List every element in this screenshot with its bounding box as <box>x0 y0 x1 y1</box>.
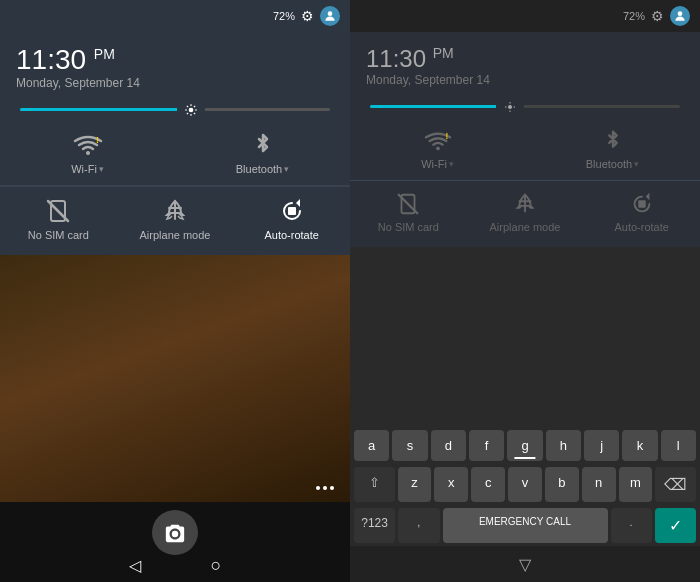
svg-point-17 <box>678 11 683 16</box>
key-v[interactable]: v <box>508 467 542 502</box>
toggle-wifi-right[interactable]: ! Wi-Fi ▾ <box>350 128 525 170</box>
key-k[interactable]: k <box>622 430 657 461</box>
nosim-icon-left <box>44 197 72 225</box>
toggle-autorotate-right[interactable]: Auto-rotate <box>583 191 700 233</box>
nosim-label-right: No SIM card <box>378 221 439 233</box>
quick-toggles-row1-left: ! Wi-Fi ▾ Bluetooth ▾ <box>0 121 350 185</box>
bluetooth-icon-right <box>600 128 626 154</box>
nosim-label-left: No SIM card <box>28 229 89 241</box>
airplane-icon-right <box>512 191 538 217</box>
brightness-row-left[interactable] <box>0 98 350 121</box>
wifi-chevron-right: ▾ <box>449 159 454 169</box>
back-icon-left[interactable]: ◁ <box>129 556 141 575</box>
wallpaper-area-left <box>0 255 350 502</box>
avatar-left[interactable] <box>320 6 340 26</box>
quick-toggles-row2-left: No SIM card Airplane mode <box>0 186 350 255</box>
svg-rect-15 <box>288 207 296 215</box>
notification-panel-left: 11:30 PM Monday, September 14 <box>0 32 350 255</box>
key-period[interactable]: . <box>611 508 652 543</box>
nosim-icon-right <box>395 191 421 217</box>
svg-text:!: ! <box>445 131 448 141</box>
key-j[interactable]: j <box>584 430 619 461</box>
avatar-right[interactable] <box>670 6 690 26</box>
toggle-nosim-left[interactable]: No SIM card <box>0 197 117 241</box>
key-emergency[interactable]: EMERGENCY CALL <box>443 508 608 543</box>
dot-2 <box>323 486 327 490</box>
battery-percentage-left: 72% <box>273 10 295 22</box>
key-m[interactable]: m <box>619 467 653 502</box>
nav-icons-left: ◁ ○ <box>129 555 222 576</box>
svg-line-6 <box>186 105 187 106</box>
key-backspace[interactable]: ⌫ <box>655 467 696 502</box>
brightness-track-left[interactable] <box>20 108 330 111</box>
keyboard-row-3: ?123 , EMERGENCY CALL . ✓ <box>350 505 700 546</box>
key-h[interactable]: h <box>546 430 581 461</box>
autorotate-icon-left <box>278 197 306 225</box>
battery-percentage-right: 72% <box>623 10 645 22</box>
toggle-wifi-left[interactable]: ! Wi-Fi ▾ <box>0 131 175 175</box>
toggle-autorotate-left[interactable]: Auto-rotate <box>233 197 350 241</box>
svg-marker-14 <box>296 199 300 207</box>
airplane-label-left: Airplane mode <box>140 229 211 241</box>
time-right: 11:30 PM <box>366 46 684 71</box>
svg-point-0 <box>328 11 333 16</box>
autorotate-label-right: Auto-rotate <box>614 221 668 233</box>
settings-icon-right[interactable]: ⚙ <box>651 8 664 24</box>
key-s[interactable]: s <box>392 430 427 461</box>
key-l[interactable]: l <box>661 430 696 461</box>
wifi-icon-left: ! <box>72 131 104 159</box>
key-shift[interactable]: ⇧ <box>354 467 395 502</box>
toggle-bluetooth-left[interactable]: Bluetooth ▾ <box>175 131 350 175</box>
toggle-nosim-right[interactable]: No SIM card <box>350 191 467 233</box>
brightness-track-right[interactable] <box>370 105 680 108</box>
svg-point-10 <box>86 151 90 155</box>
airplane-label-right: Airplane mode <box>490 221 561 233</box>
svg-point-16 <box>172 530 178 536</box>
settings-icon-left[interactable]: ⚙ <box>301 8 314 24</box>
brightness-fill-right <box>370 105 510 108</box>
brightness-thumb-left[interactable] <box>177 96 205 124</box>
dot-1 <box>316 486 320 490</box>
toggle-airplane-right[interactable]: Airplane mode <box>467 191 584 233</box>
key-b[interactable]: b <box>545 467 579 502</box>
key-x[interactable]: x <box>434 467 468 502</box>
notification-panel-right: 11:30 PM Monday, September 14 <box>350 32 700 247</box>
key-z[interactable]: z <box>398 467 432 502</box>
home-icon-left[interactable]: ○ <box>211 555 222 576</box>
svg-line-7 <box>193 112 194 113</box>
brightness-fill-left <box>20 108 191 111</box>
down-icon-right[interactable]: ▽ <box>519 555 531 574</box>
bluetooth-chevron-left: ▾ <box>284 164 289 174</box>
autorotate-label-left: Auto-rotate <box>264 229 318 241</box>
key-num[interactable]: ?123 <box>354 508 395 543</box>
dots-indicator-left <box>316 486 334 490</box>
svg-point-23 <box>436 147 440 151</box>
key-action[interactable]: ✓ <box>655 508 696 543</box>
key-g[interactable]: g <box>507 430 542 461</box>
keyboard-row-2: ⇧ z x c v b n m ⌫ <box>350 464 700 505</box>
bluetooth-label-right: Bluetooth ▾ <box>586 158 639 170</box>
date-right: Monday, September 14 <box>366 73 684 87</box>
key-d[interactable]: d <box>431 430 466 461</box>
bluetooth-icon-left <box>249 131 277 159</box>
svg-marker-26 <box>645 193 649 200</box>
key-comma[interactable]: , <box>398 508 439 543</box>
time-display-left: 11:30 PM Monday, September 14 <box>0 32 350 98</box>
svg-point-1 <box>188 107 193 112</box>
wifi-label-left: Wi-Fi ▾ <box>71 163 104 175</box>
bluetooth-chevron-right: ▾ <box>634 159 639 169</box>
key-a[interactable]: a <box>354 430 389 461</box>
key-f[interactable]: f <box>469 430 504 461</box>
wifi-label-right: Wi-Fi ▾ <box>421 158 454 170</box>
toggle-bluetooth-right[interactable]: Bluetooth ▾ <box>525 128 700 170</box>
toggle-airplane-left[interactable]: Airplane mode <box>117 197 234 241</box>
key-c[interactable]: c <box>471 467 505 502</box>
svg-line-9 <box>186 112 187 113</box>
camera-button-left[interactable] <box>152 510 198 555</box>
right-panel: 72% ⚙ 11:30 PM Monday, September 14 <box>350 0 700 582</box>
key-n[interactable]: n <box>582 467 616 502</box>
brightness-thumb-right[interactable] <box>496 93 524 121</box>
time-left: 11:30 PM <box>16 46 334 74</box>
brightness-row-right[interactable] <box>350 95 700 118</box>
quick-toggles-row2-right: No SIM card Airplane mode <box>350 181 700 247</box>
